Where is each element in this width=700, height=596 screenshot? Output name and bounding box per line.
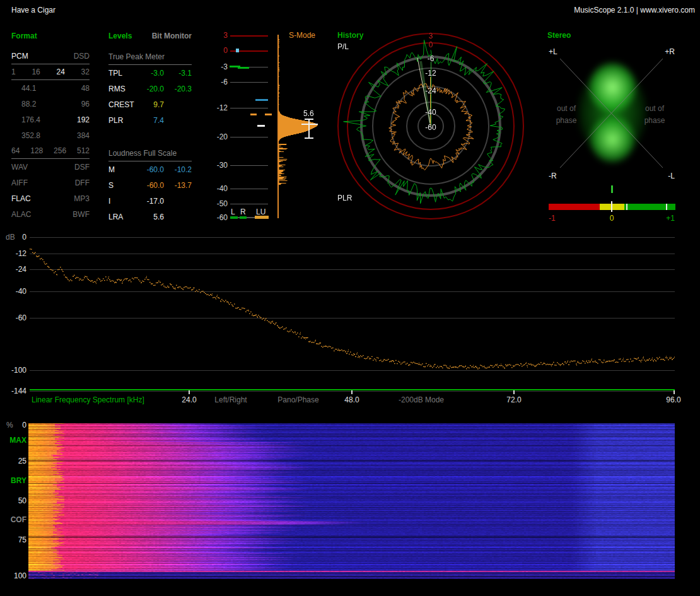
- spectrum-x-label: Linear Frequency Spectrum [kHz]: [32, 395, 144, 404]
- spectrum-y-tick-label: -60: [4, 313, 26, 322]
- peak-hold-marker: [236, 49, 239, 52]
- ring-label-minus60: -60: [418, 123, 443, 132]
- channel-left-bar: [230, 216, 238, 219]
- spectrum-y-tick-label: -144: [4, 387, 26, 395]
- crest-row: CREST 9.7: [108, 96, 192, 112]
- lra-range-bar-mid-line: [301, 124, 318, 125]
- format-bit-16: 16: [32, 67, 40, 76]
- format-alac: ALAC: [11, 210, 31, 219]
- format-row-bits: 1 16 24 32: [11, 64, 90, 80]
- shortterm-loudness-marker-left: [250, 114, 257, 115]
- format-rate-44-1: 44.1: [11, 84, 36, 93]
- spectrum-x-label: 24.0: [182, 395, 196, 404]
- integrated-value: -17.0: [139, 197, 164, 206]
- meter-tick-line: [230, 204, 268, 204]
- momentary-value: -10.2: [164, 165, 192, 174]
- format-rate-192: 192: [77, 115, 90, 124]
- spectrogram-y-tick-label: 100: [4, 571, 26, 580]
- channel-right-label: R: [240, 207, 246, 216]
- lra-range-bar-bottom-cap: [305, 137, 313, 139]
- spectrum-mode-button[interactable]: -200dB Mode: [399, 395, 444, 404]
- spectrum-y-tick-label: -24: [4, 265, 26, 274]
- format-rate-88-2: 88.2: [11, 100, 36, 108]
- format-bit-1: 1: [11, 67, 16, 76]
- spectrum-x-tick: [351, 390, 353, 394]
- spectrogram-y-tick-label: 25: [4, 457, 26, 465]
- meter-tick-line: [230, 189, 268, 189]
- format-panel: Format PCM DSD 1 16 24 32 44.1 48 88.2 9…: [11, 32, 90, 222]
- format-row-rate1: 44.1 48: [11, 80, 90, 96]
- plr-value: 7.4: [139, 116, 164, 125]
- crest-label: CREST: [108, 100, 139, 109]
- lra-range-bar: [308, 119, 310, 139]
- meter-tick-label: -12: [199, 103, 228, 112]
- shortterm-min-value: -60.0: [139, 181, 164, 190]
- ring-label-minus40: -40: [418, 108, 443, 117]
- channel-left-label: L: [231, 207, 235, 216]
- format-rate-384: 384: [77, 131, 90, 140]
- tpl-label: TPL: [108, 69, 139, 78]
- integrated-row: I -17.0: [108, 193, 192, 209]
- correlation-indicator: [611, 185, 613, 193]
- spectrum-x-tick: [513, 390, 515, 394]
- format-dsd-512: 512: [77, 146, 90, 155]
- crest-value: 9.7: [139, 100, 164, 109]
- format-dsd-128: 128: [30, 146, 43, 155]
- tab-bit-monitor[interactable]: Bit Monitor: [152, 32, 192, 49]
- format-dsd-256: 256: [54, 146, 66, 155]
- spectrum-canvas: [30, 233, 675, 392]
- app-version: MusicScope 2.1.0 | www.xivero.com: [574, 6, 695, 15]
- correlation-zero-tick: [611, 201, 612, 212]
- meter-tick-label: -40: [199, 184, 228, 193]
- format-row-rate2: 88.2 96: [11, 96, 90, 112]
- format-aiff: AIFF: [11, 178, 28, 187]
- plr-row: PLR 7.4: [108, 112, 192, 128]
- plr-label: PLR: [108, 116, 139, 125]
- format-flac: FLAC: [11, 194, 31, 203]
- spectrogram-canvas: [28, 423, 675, 579]
- spectrum-mode-button[interactable]: Pano/Phase: [277, 395, 318, 404]
- shortterm-value: -13.7: [164, 181, 192, 190]
- meter-tick-label: -30: [199, 161, 228, 170]
- loudness-full-scale-title: Loudness Full Scale: [108, 149, 192, 161]
- format-bit-24: 24: [57, 67, 65, 76]
- momentary-row: M -60.0 -10.2: [108, 161, 192, 177]
- shortterm-row: S -60.0 -13.7: [108, 177, 192, 193]
- correlation-max-label: +1: [660, 214, 675, 223]
- history-plr-label[interactable]: PLR: [337, 194, 352, 202]
- format-dsf: DSF: [74, 163, 90, 172]
- history-pl-label[interactable]: P/L: [337, 42, 349, 51]
- meter-tick-line: [230, 82, 268, 83]
- tab-levels: Levels: [108, 32, 132, 49]
- correlation-positive-zone: [624, 204, 675, 210]
- ring-label-minus6: -6: [418, 54, 443, 63]
- meter-tick-line: [230, 35, 268, 37]
- correlation-negative-zone: [549, 204, 600, 210]
- true-peak-meter-title: True Peak Meter: [108, 52, 192, 65]
- format-dsd-64: 64: [11, 146, 20, 155]
- meter-tick-label: -50: [199, 199, 228, 208]
- momentary-loudness-marker: [255, 99, 268, 101]
- lra-label: LRA: [108, 213, 139, 221]
- ring-label-minus24: -24: [418, 86, 443, 95]
- channel-right-bar: [240, 216, 247, 219]
- corner-minus-l: -L: [657, 172, 675, 180]
- spectrum-x-label: 96.0: [666, 395, 680, 404]
- correlation-tick-2: [666, 204, 667, 210]
- tpl-row: TPL -3.0 -3.1: [108, 65, 192, 81]
- spectrum-mode-button[interactable]: Left/Right: [214, 395, 247, 404]
- format-rate-96: 96: [81, 100, 90, 108]
- format-dff: DFF: [75, 178, 90, 187]
- momentary-min-value: -60.0: [139, 165, 164, 174]
- lra-range-value: 5.6: [303, 109, 314, 118]
- format-row-rate3: 176.4 192: [11, 112, 90, 127]
- meter-tick-label: -6: [199, 78, 228, 86]
- rms-right-value: -20.3: [164, 85, 192, 93]
- meter-tick-label: -20: [199, 132, 228, 141]
- corner-plus-l: +L: [549, 47, 557, 56]
- integrated-loudness-marker: [257, 125, 265, 127]
- rms-left-value: -20.0: [139, 85, 164, 93]
- momentary-label: M: [108, 165, 139, 174]
- spectrogram-cof-label: COF: [4, 515, 26, 524]
- corner-plus-r: +R: [657, 47, 675, 56]
